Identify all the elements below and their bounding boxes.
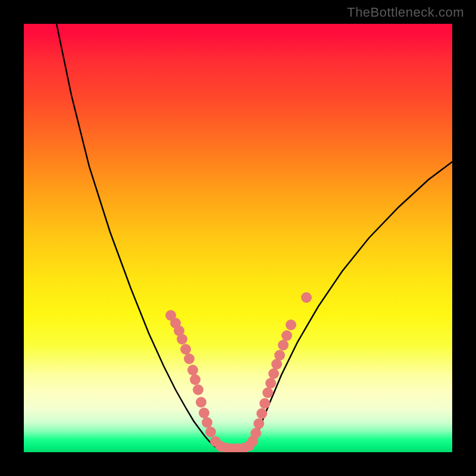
chart-frame: TheBottleneck.com [0,0,476,476]
marker-dot [205,427,216,437]
marker-dot [265,378,276,389]
marker-dot [286,320,296,330]
curve-left-branch [57,24,214,446]
marker-dot [196,397,206,408]
marker-dot [202,417,212,428]
marker-dot [259,398,270,409]
plot-area [24,24,452,452]
marker-dot [268,368,279,379]
marker-dot [278,340,289,350]
curve-layer [24,24,452,452]
watermark-text: TheBottleneck.com [347,5,464,20]
marker-dots [165,292,312,452]
marker-dot [190,374,201,385]
marker-dot [177,334,187,345]
marker-dot [199,408,209,418]
marker-dot [193,384,203,395]
marker-dot [187,365,198,375]
marker-dot [301,292,312,303]
marker-dot [250,428,261,439]
curve-right-branch [251,162,452,446]
marker-dot [253,418,264,429]
marker-dot [262,387,273,398]
marker-dot [281,330,292,341]
marker-dot [180,344,191,355]
marker-dot [184,353,195,364]
marker-dot [274,350,285,361]
marker-dot [256,408,267,419]
